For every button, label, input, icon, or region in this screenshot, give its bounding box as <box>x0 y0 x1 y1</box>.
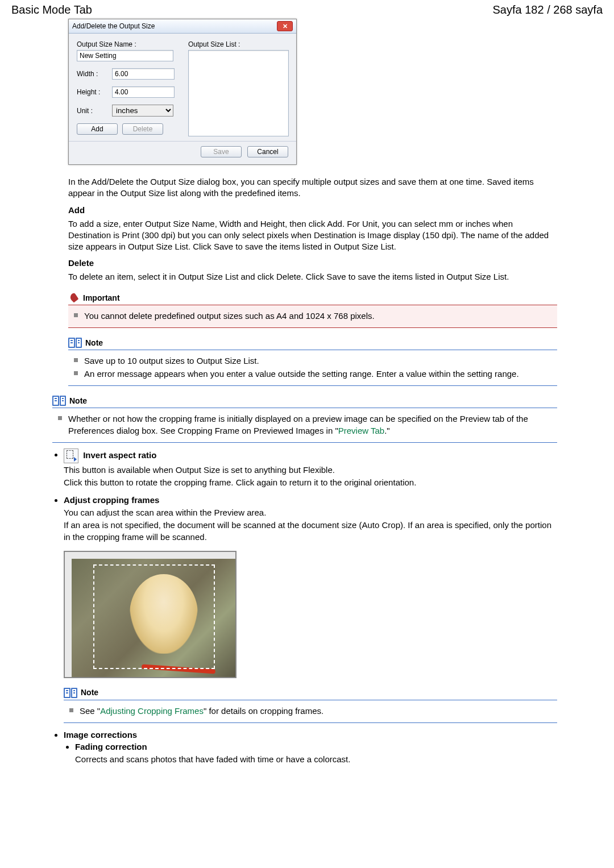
important-item: You cannot delete predefined output size… <box>74 310 551 322</box>
dialog-title: Add/Delete the Output Size <box>72 22 155 30</box>
important-callout: Important You cannot delete predefined o… <box>68 292 557 328</box>
delete-paragraph: To delete an item, select it in Output S… <box>68 271 557 283</box>
delete-button[interactable]: Delete <box>122 123 163 135</box>
adjust-heading: Adjust cropping frames <box>64 495 159 505</box>
add-paragraph: To add a size, enter Output Size Name, W… <box>68 218 557 253</box>
preview-tab-link[interactable]: Preview Tab <box>338 426 384 435</box>
invert-aspect-icon <box>64 448 78 463</box>
unit-select[interactable]: inches <box>112 105 173 117</box>
adjust-p1: You can adjust the scan area within the … <box>64 507 557 518</box>
note-title-2: Note <box>69 396 87 405</box>
output-size-list-label: Output Size List : <box>188 40 289 48</box>
note3-text-suffix: " for details on cropping frames. <box>204 706 323 716</box>
intro-paragraph: In the Add/Delete the Output Size dialog… <box>68 176 557 200</box>
note1-item2: An error message appears when you enter … <box>74 368 551 380</box>
preview-crop-illustration <box>64 551 237 678</box>
fading-paragraph: Corrects and scans photos that have fade… <box>75 754 557 765</box>
output-size-name-input[interactable]: New Setting <box>77 50 173 61</box>
note-icon <box>52 395 66 406</box>
note-title-1: Note <box>85 338 103 347</box>
note1-item1: Save up to 10 output sizes to Output Siz… <box>74 355 551 367</box>
add-heading: Add <box>68 205 557 215</box>
important-title: Important <box>83 293 120 302</box>
note2-text-suffix: ." <box>384 426 390 435</box>
page-title-left: Basic Mode Tab <box>11 3 92 16</box>
height-input[interactable]: 4.00 <box>112 86 175 98</box>
unit-label: Unit : <box>77 107 106 115</box>
width-input[interactable]: 6.00 <box>112 68 175 80</box>
important-icon <box>68 292 80 304</box>
note2-text-prefix: Whether or not how the cropping frame is… <box>68 414 528 435</box>
note-title-3: Note <box>81 687 98 699</box>
adjusting-cropping-frames-link[interactable]: Adjusting Cropping Frames <box>100 706 204 716</box>
note3-text-prefix: See " <box>80 706 100 716</box>
note2-item: Whether or not how the cropping frame is… <box>58 413 551 437</box>
add-button[interactable]: Add <box>77 123 118 135</box>
output-size-name-label: Output Size Name : <box>77 40 175 48</box>
note-icon <box>68 337 82 348</box>
add-delete-output-size-dialog: Add/Delete the Output Size ✕ Output Size… <box>68 19 297 165</box>
cancel-button[interactable]: Cancel <box>247 146 288 157</box>
save-button[interactable]: Save <box>201 146 242 157</box>
invert-heading: Invert aspect ratio <box>83 450 156 459</box>
adjust-p2: If an area is not specified, the documen… <box>64 520 557 543</box>
width-label: Width : <box>77 70 106 78</box>
output-size-list[interactable] <box>188 50 289 136</box>
close-icon[interactable]: ✕ <box>277 21 293 31</box>
page-counter: Sayfa 182 / 268 sayfa <box>493 3 603 16</box>
note-callout-2: Note Whether or not how the cropping fra… <box>52 395 557 443</box>
note3-item: See "Adjusting Cropping Frames" for deta… <box>69 705 551 717</box>
invert-p2: Click this button to rotate the cropping… <box>64 477 557 488</box>
fading-correction-heading: Fading correction <box>75 742 147 751</box>
delete-heading: Delete <box>68 258 557 268</box>
note-callout-1: Note Save up to 10 output sizes to Outpu… <box>68 337 557 386</box>
note-callout-3: Note See "Adjusting Cropping Frames" for… <box>64 687 557 723</box>
invert-p1: This button is available when Output Siz… <box>64 464 557 476</box>
height-label: Height : <box>77 88 106 96</box>
image-corrections-heading: Image corrections <box>64 730 137 740</box>
note-icon <box>64 687 77 699</box>
